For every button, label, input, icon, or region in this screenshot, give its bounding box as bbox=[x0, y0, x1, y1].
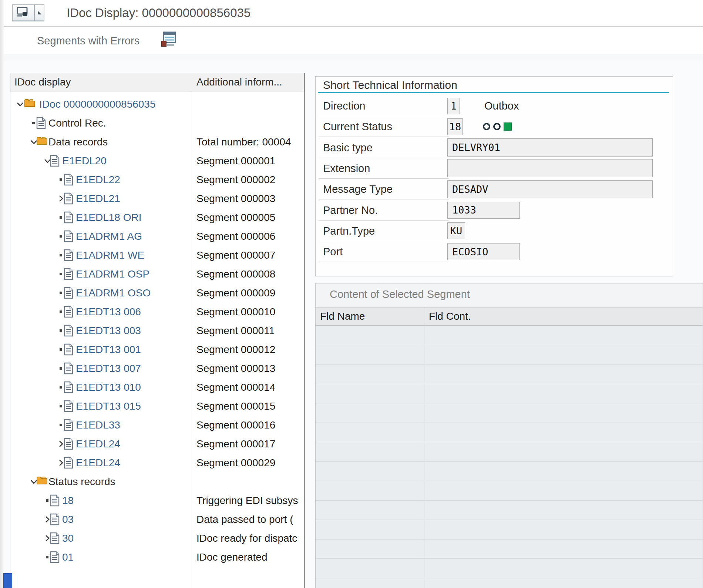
tree-row-control-rec-[interactable]: Control Rec. bbox=[10, 114, 304, 132]
tree-item-label[interactable]: 01 bbox=[62, 548, 74, 567]
tree-row-03[interactable]: 03Data passed to port ( bbox=[10, 510, 304, 529]
additional-info-text: IDoc ready for dispatc bbox=[196, 529, 297, 548]
segment-table-empty-row[interactable] bbox=[316, 462, 703, 481]
field-value-partn-type[interactable]: KU bbox=[447, 222, 465, 239]
additional-info-text: Segment 000002 bbox=[196, 170, 275, 189]
status-green-square-icon bbox=[504, 122, 512, 131]
tree-row-e1edl24[interactable]: E1EDL24Segment 000017 bbox=[10, 434, 304, 453]
tree-row-e1edl22[interactable]: E1EDL22Segment 000002 bbox=[10, 170, 304, 189]
tree-row-e1edt13-006[interactable]: E1EDT13 006Segment 000010 bbox=[10, 302, 304, 321]
status-traffic-icons bbox=[483, 122, 512, 131]
segments-with-errors-button[interactable]: Segments with Errors bbox=[33, 33, 144, 49]
tree-item-label[interactable]: E1ADRM1 OSP bbox=[76, 265, 149, 283]
tree-row-e1adrm1-we[interactable]: E1ADRM1 WESegment 000007 bbox=[10, 246, 304, 265]
additional-info-text: Segment 000001 bbox=[196, 151, 275, 170]
tree-item-label[interactable]: 18 bbox=[62, 491, 74, 510]
tree-row-e1edt13-007[interactable]: E1EDT13 007Segment 000013 bbox=[10, 359, 304, 378]
document-icon bbox=[64, 268, 73, 280]
tree-item-label[interactable]: E1EDT13 010 bbox=[76, 378, 141, 397]
tree-item-label[interactable]: E1EDT13 001 bbox=[76, 340, 141, 359]
tree-row-e1adrm1-ag[interactable]: E1ADRM1 AGSegment 000006 bbox=[10, 227, 304, 246]
tree-item-label[interactable]: Data records bbox=[48, 132, 108, 151]
tree-item-label[interactable]: E1ADRM1 WE bbox=[76, 246, 144, 265]
tree-leaf-bullet-icon bbox=[60, 216, 62, 219]
tree-item-label[interactable]: 30 bbox=[62, 529, 74, 548]
tree-item-label[interactable]: E1EDL33 bbox=[76, 416, 120, 434]
additional-info-text: IDoc generated bbox=[196, 548, 267, 567]
segment-table-empty-row[interactable] bbox=[316, 481, 703, 501]
tree-row-e1edl20[interactable]: E1EDL20Segment 000001 bbox=[10, 151, 304, 170]
additional-info-text: Segment 000015 bbox=[196, 397, 275, 416]
tree-item-label[interactable]: IDoc 0000000000856035 bbox=[39, 95, 156, 114]
tree-leaf-bullet-icon bbox=[60, 292, 62, 294]
title-bar: IDoc Display: 0000000000856035 bbox=[4, 0, 703, 27]
segment-table-empty-row[interactable] bbox=[316, 423, 703, 443]
segment-table-empty-row[interactable] bbox=[316, 540, 703, 559]
tree-leaf-bullet-icon bbox=[60, 254, 62, 256]
segment-table-empty-row[interactable] bbox=[316, 442, 703, 462]
tree-row-01[interactable]: 01IDoc generated bbox=[10, 548, 304, 567]
tree-row-e1edl21[interactable]: E1EDL21Segment 000003 bbox=[10, 189, 304, 208]
segment-table-empty-row[interactable] bbox=[316, 578, 703, 588]
tree-item-label[interactable]: E1ADRM1 OSO bbox=[76, 283, 151, 302]
tree-leaf-bullet-icon bbox=[46, 556, 48, 558]
tree-item-label[interactable]: E1EDL24 bbox=[76, 434, 120, 453]
segment-table-column-divider[interactable] bbox=[424, 307, 424, 588]
tree-item-label[interactable]: E1EDL22 bbox=[76, 170, 120, 189]
tree-row-e1edt13-003[interactable]: E1EDT13 003Segment 000011 bbox=[10, 321, 304, 340]
field-value-port[interactable]: ECOSIO bbox=[447, 243, 520, 260]
field-value-message-type[interactable]: DESADV bbox=[447, 180, 653, 198]
document-icon bbox=[50, 532, 60, 544]
field-separator bbox=[319, 178, 449, 179]
field-value-partner-no-[interactable]: 1033 bbox=[447, 202, 520, 219]
segment-table-empty-row[interactable] bbox=[316, 326, 703, 345]
tree-row-e1edt13-010[interactable]: E1EDT13 010Segment 000014 bbox=[10, 378, 304, 397]
segment-table-empty-row[interactable] bbox=[316, 364, 703, 384]
segment-table-empty-row[interactable] bbox=[316, 520, 703, 540]
tree-item-label[interactable]: E1EDL20 bbox=[62, 151, 107, 170]
field-value-current-status[interactable]: 18 bbox=[447, 118, 463, 135]
tree-item-label[interactable]: E1EDL18 ORI bbox=[76, 208, 141, 227]
tree-row-e1edl24[interactable]: E1EDL24Segment 000029 bbox=[10, 453, 304, 472]
page-title: IDoc Display: 0000000000856035 bbox=[67, 6, 250, 20]
chevron-down-icon[interactable] bbox=[15, 95, 25, 114]
tree-item-label[interactable]: E1EDL21 bbox=[76, 189, 120, 208]
tree-item-label[interactable]: E1EDT13 015 bbox=[76, 397, 141, 416]
tree-row-e1adrm1-osp[interactable]: E1ADRM1 OSPSegment 000008 bbox=[10, 265, 304, 283]
gui-services-button[interactable] bbox=[12, 4, 34, 21]
field-value-direction[interactable]: 1 bbox=[447, 98, 460, 114]
tree-row-e1edt13-001[interactable]: E1EDT13 001Segment 000012 bbox=[10, 340, 304, 359]
field-separator bbox=[319, 220, 449, 221]
tree-row-e1adrm1-oso[interactable]: E1ADRM1 OSOSegment 000009 bbox=[10, 283, 304, 302]
tree-row-30[interactable]: 30IDoc ready for dispatc bbox=[10, 529, 304, 548]
tree-leaf-bullet-icon bbox=[60, 329, 62, 332]
tree-item-label[interactable]: E1EDT13 003 bbox=[76, 321, 141, 340]
segment-table-empty-row[interactable] bbox=[316, 345, 703, 365]
document-icon bbox=[64, 381, 73, 393]
tree-row-e1edt13-015[interactable]: E1EDT13 015Segment 000015 bbox=[10, 397, 304, 416]
tree-item-label[interactable]: E1ADRM1 AG bbox=[76, 227, 142, 246]
tree-row-e1edl18-ori[interactable]: E1EDL18 ORISegment 000005 bbox=[10, 208, 304, 227]
tree-row-idoc-0000000000856035[interactable]: IDoc 0000000000856035 bbox=[10, 95, 304, 114]
tree-item-label[interactable]: Status records bbox=[48, 472, 115, 491]
tree-rows-container: IDoc 0000000000856035Control Rec.Data re… bbox=[10, 73, 304, 588]
tree-row-data-records[interactable]: Data recordsTotal number: 00004 bbox=[10, 132, 304, 151]
segment-table-empty-row[interactable] bbox=[316, 559, 703, 578]
tree-item-label[interactable]: Control Rec. bbox=[48, 114, 106, 132]
segment-table-empty-row[interactable] bbox=[316, 501, 703, 520]
title-dropdown-button[interactable] bbox=[34, 4, 44, 21]
segment-table-empty-row[interactable] bbox=[316, 403, 703, 423]
tree-row-18[interactable]: 18Triggering EDI subsys bbox=[10, 491, 304, 510]
tree-item-label[interactable]: E1EDT13 007 bbox=[76, 359, 141, 378]
field-value-basic-type[interactable]: DELVRY01 bbox=[447, 138, 653, 157]
display-data-record-icon[interactable] bbox=[160, 31, 178, 50]
field-label-message-type: Message Type bbox=[323, 182, 393, 196]
field-value-extension[interactable] bbox=[447, 159, 653, 177]
tree-row-e1edl33[interactable]: E1EDL33Segment 000016 bbox=[10, 416, 304, 434]
tree-row-status-records[interactable]: Status records bbox=[10, 472, 304, 491]
short-technical-information-panel: Short Technical Information Direction1Ou… bbox=[315, 76, 673, 276]
tree-item-label[interactable]: 03 bbox=[62, 510, 74, 529]
tree-item-label[interactable]: E1EDT13 006 bbox=[76, 302, 141, 321]
tree-item-label[interactable]: E1EDL24 bbox=[76, 453, 120, 472]
segment-table-empty-row[interactable] bbox=[316, 384, 703, 404]
